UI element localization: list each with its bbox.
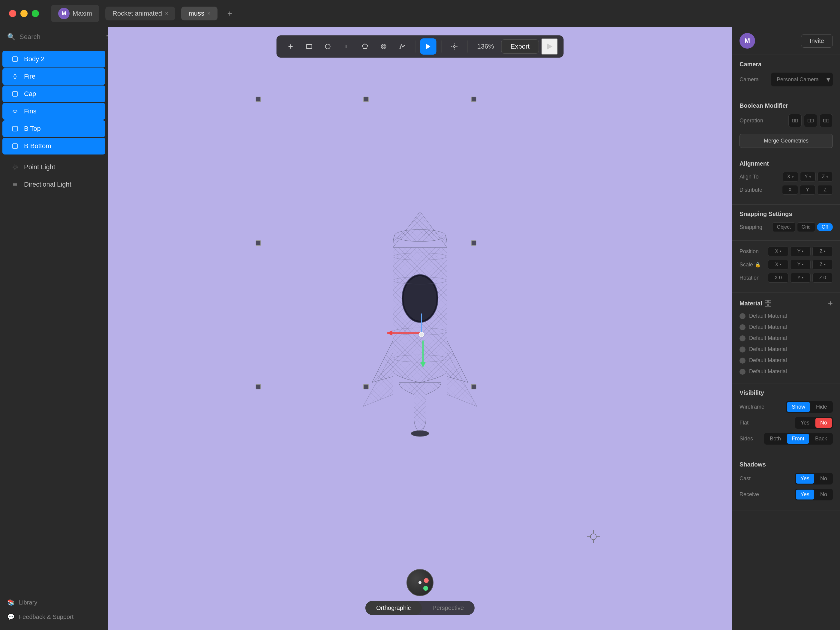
scene-item-cap[interactable]: Cap (2, 85, 105, 102)
sidebar-bottom: 📚 Library 💬 Feedback & Support (0, 589, 108, 630)
play-button[interactable] (541, 38, 557, 55)
svg-marker-19 (426, 44, 431, 49)
scene-item-fire[interactable]: Fire (2, 68, 105, 85)
scene-item-point-light[interactable]: Point Light (2, 159, 105, 175)
cast-yes-btn[interactable]: Yes (796, 474, 814, 483)
material-header: Material + (739, 298, 833, 308)
sides-both-btn[interactable]: Both (765, 434, 786, 444)
handle-ml[interactable] (256, 240, 261, 246)
dist-y-btn[interactable]: Y (800, 185, 816, 195)
feedback-item[interactable]: 💬 Feedback & Support (7, 609, 101, 624)
library-item[interactable]: 📚 Library (7, 595, 101, 609)
svg-marker-33 (387, 330, 392, 336)
rotation-label: Rotation (739, 275, 759, 281)
sides-back-btn[interactable]: Back (810, 434, 832, 444)
personal-camera-btn[interactable]: Personal Camera (772, 74, 824, 85)
scene-item-body2[interactable]: Body 2 (2, 51, 105, 68)
export-button[interactable]: Export (501, 39, 539, 54)
bool-union-icon[interactable] (788, 114, 802, 127)
snapping-grid-btn[interactable]: Grid (797, 222, 815, 232)
position-y-input[interactable] (790, 246, 811, 256)
svg-point-27 (411, 431, 429, 436)
svg-point-12 (325, 44, 330, 49)
align-z-btn[interactable]: Z ▾ (818, 172, 833, 182)
add-material-btn[interactable]: + (828, 298, 833, 308)
snapping-title: Snapping Settings (739, 211, 833, 218)
align-y-btn[interactable]: Y ▾ (800, 172, 816, 182)
main-layout: 🔍 ≡ Body 2 Fire (0, 27, 840, 630)
scale-y-input[interactable] (790, 260, 811, 269)
add-tab-button[interactable]: + (224, 7, 235, 20)
search-input[interactable] (19, 33, 102, 41)
material-dot-1 (739, 313, 745, 319)
receive-no-btn[interactable]: No (815, 489, 832, 499)
tool-pen[interactable] (394, 38, 411, 55)
dist-x-btn[interactable]: X (782, 185, 798, 195)
tool-text[interactable]: T (338, 38, 355, 55)
maximize-dot[interactable] (32, 10, 39, 17)
position-z-input[interactable] (812, 246, 833, 256)
handle-tm[interactable] (363, 96, 369, 102)
dist-z-btn[interactable]: Z (817, 185, 833, 195)
perspective-view-btn[interactable]: Perspective (422, 601, 475, 615)
camera-row: Camera Personal Camera ▾ (739, 73, 833, 87)
merge-geometries-btn[interactable]: Merge Geometries (739, 134, 833, 148)
tab-maxim[interactable]: M Maxim (51, 5, 99, 22)
tool-polygon[interactable] (357, 38, 373, 55)
shadows-section: Shadows Cast Yes No Receive Yes No (732, 455, 840, 511)
shadows-title: Shadows (739, 461, 833, 468)
scale-lock-icon[interactable]: 🔒 (755, 262, 761, 268)
snapping-controls: Object Grid Off (772, 222, 833, 232)
material-title: Material (739, 300, 771, 307)
tab-muss[interactable]: muss × (181, 6, 218, 21)
handle-tl[interactable] (256, 96, 261, 102)
svg-point-17 (399, 48, 401, 49)
cast-label: Cast (739, 475, 751, 482)
invite-button[interactable]: Invite (801, 34, 833, 48)
view-sphere[interactable] (406, 569, 434, 596)
sides-front-btn[interactable]: Front (787, 434, 809, 444)
scale-z-input[interactable] (812, 260, 833, 269)
flat-yes-btn[interactable]: Yes (796, 418, 814, 428)
tool-curve[interactable] (376, 38, 392, 55)
sidebar: 🔍 ≡ Body 2 Fire (0, 27, 108, 630)
library-icon: 📚 (7, 599, 15, 606)
snapping-off-btn[interactable]: Off (817, 223, 833, 231)
user-avatar: M (739, 33, 755, 49)
scene-item-bbottom[interactable]: B Bottom (2, 138, 105, 155)
minimize-dot[interactable] (21, 10, 28, 17)
wireframe-show-btn[interactable]: Show (787, 402, 810, 412)
flat-label: Flat (739, 420, 748, 426)
snapping-object-btn[interactable]: Object (772, 222, 795, 232)
rotation-y-input[interactable] (790, 273, 811, 283)
camera-section: Camera Camera Personal Camera ▾ (732, 55, 840, 96)
tool-add[interactable] (283, 38, 299, 55)
handle-tr[interactable] (471, 96, 477, 102)
flat-no-btn[interactable]: No (815, 418, 832, 428)
orthographic-view-btn[interactable]: Orthographic (365, 601, 422, 615)
scale-x-input[interactable] (768, 260, 788, 269)
tab-close-rocket[interactable]: × (165, 11, 168, 17)
cast-no-btn[interactable]: No (815, 474, 832, 483)
rotation-x-input[interactable] (768, 273, 788, 283)
tool-settings[interactable] (447, 38, 463, 55)
svg-point-38 (591, 534, 597, 540)
tab-close-muss[interactable]: × (207, 11, 211, 17)
tool-transform[interactable] (420, 38, 436, 55)
tab-rocket-animated[interactable]: Rocket animated × (105, 6, 175, 21)
scene-item-fins[interactable]: Fins (2, 103, 105, 120)
bool-subtract-icon[interactable] (804, 114, 817, 127)
receive-yes-btn[interactable]: Yes (796, 489, 814, 499)
scene-item-btop[interactable]: B Top (2, 120, 105, 137)
tool-rectangle[interactable] (301, 38, 317, 55)
align-x-btn[interactable]: X ▾ (783, 172, 798, 182)
rotation-z-input[interactable] (812, 273, 833, 283)
tool-circle[interactable] (320, 38, 336, 55)
bool-intersect-icon[interactable] (819, 114, 833, 127)
viewport[interactable] (108, 27, 732, 630)
position-x-input[interactable] (768, 246, 788, 256)
handle-bl[interactable] (256, 384, 261, 389)
scene-item-directional-light[interactable]: Directional Light (2, 176, 105, 193)
wireframe-hide-btn[interactable]: Hide (811, 402, 832, 412)
close-dot[interactable] (9, 10, 16, 17)
